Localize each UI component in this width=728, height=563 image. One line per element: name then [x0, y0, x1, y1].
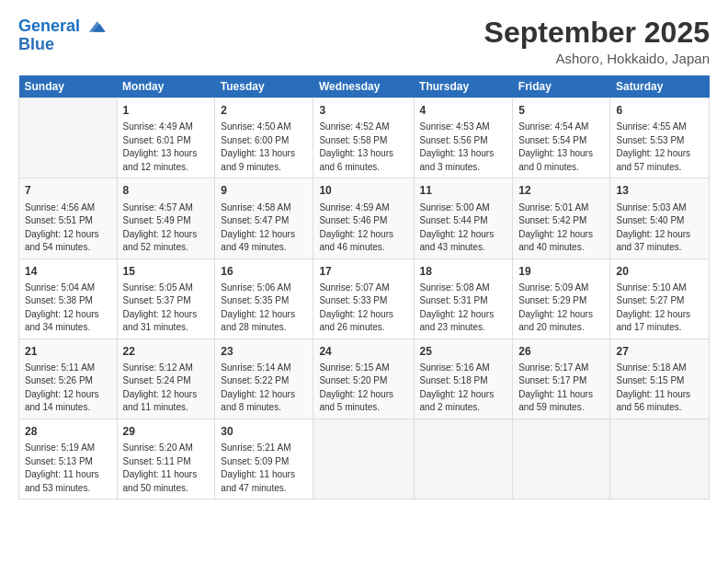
calendar-cell: 27Sunrise: 5:18 AM Sunset: 5:15 PM Dayli… — [610, 339, 710, 419]
calendar-cell: 13Sunrise: 5:03 AM Sunset: 5:40 PM Dayli… — [610, 178, 710, 259]
day-info: Sunrise: 5:21 AM Sunset: 5:09 PM Dayligh… — [221, 442, 295, 493]
day-number: 4 — [420, 103, 507, 118]
calendar-cell — [414, 419, 513, 499]
day-info: Sunrise: 4:58 AM Sunset: 5:47 PM Dayligh… — [221, 202, 295, 253]
calendar-cell — [313, 419, 414, 499]
location: Ashoro, Hokkaido, Japan — [484, 51, 710, 66]
calendar-cell: 22Sunrise: 5:12 AM Sunset: 5:24 PM Dayli… — [117, 339, 215, 419]
calendar-cell: 2Sunrise: 4:50 AM Sunset: 6:00 PM Daylig… — [215, 98, 313, 178]
day-number: 22 — [123, 344, 210, 359]
day-info: Sunrise: 5:08 AM Sunset: 5:31 PM Dayligh… — [420, 282, 495, 333]
day-number: 1 — [123, 103, 210, 118]
day-number: 23 — [221, 344, 307, 359]
day-number: 29 — [123, 424, 210, 439]
calendar-cell: 5Sunrise: 4:54 AM Sunset: 5:54 PM Daylig… — [513, 98, 610, 178]
month-title: September 2025 — [484, 17, 710, 49]
day-info: Sunrise: 5:19 AM Sunset: 5:13 PM Dayligh… — [25, 442, 99, 493]
day-info: Sunrise: 5:11 AM Sunset: 5:26 PM Dayligh… — [25, 362, 99, 413]
day-info: Sunrise: 5:15 AM Sunset: 5:20 PM Dayligh… — [319, 362, 393, 413]
day-info: Sunrise: 4:55 AM Sunset: 5:53 PM Dayligh… — [616, 121, 690, 172]
day-info: Sunrise: 5:10 AM Sunset: 5:27 PM Dayligh… — [616, 282, 690, 333]
logo: General Blue — [18, 17, 107, 54]
calendar-cell: 15Sunrise: 5:05 AM Sunset: 5:37 PM Dayli… — [117, 259, 215, 339]
day-number: 9 — [221, 183, 307, 198]
day-info: Sunrise: 4:50 AM Sunset: 6:00 PM Dayligh… — [221, 121, 295, 172]
col-header-monday: Monday — [117, 75, 215, 98]
day-number: 8 — [123, 183, 210, 198]
calendar-cell: 29Sunrise: 5:20 AM Sunset: 5:11 PM Dayli… — [117, 419, 215, 499]
day-number: 7 — [25, 183, 111, 198]
day-number: 28 — [25, 424, 111, 439]
day-number: 26 — [518, 344, 604, 359]
calendar-cell: 25Sunrise: 5:16 AM Sunset: 5:18 PM Dayli… — [414, 339, 513, 419]
day-info: Sunrise: 5:16 AM Sunset: 5:18 PM Dayligh… — [420, 362, 495, 413]
day-number: 25 — [420, 344, 507, 359]
day-info: Sunrise: 5:00 AM Sunset: 5:44 PM Dayligh… — [420, 202, 495, 253]
calendar-cell: 1Sunrise: 4:49 AM Sunset: 6:01 PM Daylig… — [117, 98, 215, 178]
calendar-cell: 10Sunrise: 4:59 AM Sunset: 5:46 PM Dayli… — [313, 178, 414, 259]
calendar-cell: 11Sunrise: 5:00 AM Sunset: 5:44 PM Dayli… — [414, 178, 513, 259]
calendar-cell — [610, 419, 710, 499]
calendar-cell: 23Sunrise: 5:14 AM Sunset: 5:22 PM Dayli… — [215, 339, 313, 419]
day-number: 17 — [319, 264, 407, 279]
day-info: Sunrise: 5:17 AM Sunset: 5:17 PM Dayligh… — [518, 362, 593, 413]
day-number: 19 — [518, 264, 604, 279]
day-info: Sunrise: 5:04 AM Sunset: 5:38 PM Dayligh… — [25, 282, 99, 333]
calendar-cell: 9Sunrise: 4:58 AM Sunset: 5:47 PM Daylig… — [215, 178, 313, 259]
day-number: 11 — [420, 183, 507, 198]
title-block: September 2025 Ashoro, Hokkaido, Japan — [484, 17, 710, 66]
col-header-saturday: Saturday — [610, 75, 710, 98]
day-info: Sunrise: 4:59 AM Sunset: 5:46 PM Dayligh… — [319, 202, 393, 253]
calendar-cell: 30Sunrise: 5:21 AM Sunset: 5:09 PM Dayli… — [215, 419, 313, 499]
col-header-thursday: Thursday — [414, 75, 513, 98]
calendar-cell: 7Sunrise: 4:56 AM Sunset: 5:51 PM Daylig… — [19, 178, 118, 259]
day-number: 2 — [221, 103, 307, 118]
day-number: 12 — [518, 183, 604, 198]
calendar-cell: 4Sunrise: 4:53 AM Sunset: 5:56 PM Daylig… — [414, 98, 513, 178]
day-info: Sunrise: 4:57 AM Sunset: 5:49 PM Dayligh… — [123, 202, 198, 253]
day-number: 21 — [25, 344, 111, 359]
day-number: 5 — [518, 103, 604, 118]
day-info: Sunrise: 5:18 AM Sunset: 5:15 PM Dayligh… — [616, 362, 690, 413]
calendar-cell: 3Sunrise: 4:52 AM Sunset: 5:58 PM Daylig… — [313, 98, 414, 178]
day-info: Sunrise: 5:01 AM Sunset: 5:42 PM Dayligh… — [518, 202, 593, 253]
day-info: Sunrise: 5:05 AM Sunset: 5:37 PM Dayligh… — [123, 282, 198, 333]
day-info: Sunrise: 5:12 AM Sunset: 5:24 PM Dayligh… — [123, 362, 198, 413]
calendar-cell: 20Sunrise: 5:10 AM Sunset: 5:27 PM Dayli… — [610, 259, 710, 339]
day-number: 20 — [616, 264, 703, 279]
calendar-cell: 19Sunrise: 5:09 AM Sunset: 5:29 PM Dayli… — [513, 259, 610, 339]
day-number: 10 — [319, 183, 407, 198]
day-info: Sunrise: 5:03 AM Sunset: 5:40 PM Dayligh… — [616, 202, 690, 253]
calendar-cell: 6Sunrise: 4:55 AM Sunset: 5:53 PM Daylig… — [610, 98, 710, 178]
calendar-cell: 16Sunrise: 5:06 AM Sunset: 5:35 PM Dayli… — [215, 259, 313, 339]
calendar-cell — [513, 419, 610, 499]
day-info: Sunrise: 5:07 AM Sunset: 5:33 PM Dayligh… — [319, 282, 393, 333]
day-info: Sunrise: 5:09 AM Sunset: 5:29 PM Dayligh… — [518, 282, 593, 333]
col-header-friday: Friday — [513, 75, 610, 98]
calendar-cell: 24Sunrise: 5:15 AM Sunset: 5:20 PM Dayli… — [313, 339, 414, 419]
day-number: 3 — [319, 103, 407, 118]
calendar-cell: 28Sunrise: 5:19 AM Sunset: 5:13 PM Dayli… — [19, 419, 118, 499]
day-number: 30 — [221, 424, 307, 439]
calendar-cell: 21Sunrise: 5:11 AM Sunset: 5:26 PM Dayli… — [19, 339, 118, 419]
calendar-cell: 12Sunrise: 5:01 AM Sunset: 5:42 PM Dayli… — [513, 178, 610, 259]
day-number: 14 — [25, 264, 111, 279]
day-info: Sunrise: 4:56 AM Sunset: 5:51 PM Dayligh… — [25, 202, 99, 253]
col-header-tuesday: Tuesday — [215, 75, 313, 98]
calendar-cell: 26Sunrise: 5:17 AM Sunset: 5:17 PM Dayli… — [513, 339, 610, 419]
day-number: 15 — [123, 264, 210, 279]
col-header-sunday: Sunday — [19, 75, 118, 98]
calendar-cell: 17Sunrise: 5:07 AM Sunset: 5:33 PM Dayli… — [313, 259, 414, 339]
logo-text: General — [18, 17, 107, 37]
calendar-cell — [19, 98, 118, 178]
day-number: 24 — [319, 344, 407, 359]
day-number: 13 — [616, 183, 703, 198]
calendar-cell: 18Sunrise: 5:08 AM Sunset: 5:31 PM Dayli… — [414, 259, 513, 339]
day-info: Sunrise: 4:54 AM Sunset: 5:54 PM Dayligh… — [518, 121, 593, 172]
day-info: Sunrise: 5:06 AM Sunset: 5:35 PM Dayligh… — [221, 282, 295, 333]
day-number: 27 — [616, 344, 703, 359]
day-number: 16 — [221, 264, 307, 279]
day-info: Sunrise: 4:53 AM Sunset: 5:56 PM Dayligh… — [420, 121, 495, 172]
col-header-wednesday: Wednesday — [313, 75, 414, 98]
calendar-cell: 14Sunrise: 5:04 AM Sunset: 5:38 PM Dayli… — [19, 259, 118, 339]
